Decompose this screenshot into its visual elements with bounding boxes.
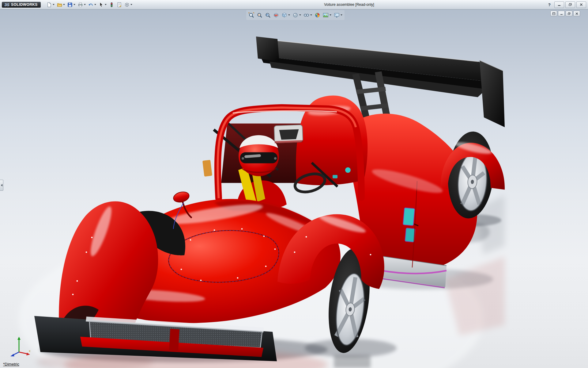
section-view-button[interactable] bbox=[272, 10, 280, 20]
appearance-icon bbox=[315, 12, 320, 18]
prevview-icon bbox=[265, 12, 271, 18]
solidworks-logo: ЗS SOLIDWORKS bbox=[2, 2, 41, 8]
restore-button[interactable] bbox=[565, 2, 575, 8]
undo-button[interactable] bbox=[87, 0, 97, 9]
new-icon bbox=[47, 2, 52, 7]
options-icon bbox=[124, 2, 130, 7]
open-button[interactable] bbox=[56, 0, 66, 9]
view-settings-button-dropdown[interactable] bbox=[341, 14, 342, 16]
orientation-icon bbox=[281, 12, 287, 18]
save-icon bbox=[67, 2, 73, 7]
zoom-to-fit-button[interactable] bbox=[247, 10, 255, 20]
zoom-to-area-button[interactable] bbox=[256, 10, 263, 20]
select-button[interactable] bbox=[98, 0, 107, 9]
scene-icon bbox=[323, 12, 329, 18]
rebuild-button[interactable] bbox=[108, 0, 115, 9]
air-intake[interactable] bbox=[274, 125, 303, 143]
open-button-dropdown[interactable] bbox=[63, 4, 65, 5]
new-document-button-dropdown[interactable] bbox=[53, 4, 55, 5]
undo-button-dropdown[interactable] bbox=[94, 4, 96, 5]
zoomfit-icon bbox=[248, 12, 254, 18]
view-orientation-button-dropdown[interactable] bbox=[288, 14, 290, 16]
document-window-controls bbox=[550, 11, 580, 16]
apply-scene-button[interactable] bbox=[322, 10, 332, 20]
print-icon bbox=[78, 2, 83, 7]
orientation-triad: x bbox=[6, 334, 32, 360]
display-style-button[interactable] bbox=[292, 10, 302, 20]
minimize-button[interactable] bbox=[554, 2, 564, 8]
print-button[interactable] bbox=[77, 0, 87, 9]
featuremanager-collapse-tab[interactable] bbox=[0, 180, 3, 191]
view-orientation-label: *Dimetric bbox=[3, 362, 19, 366]
hide-show-items-button-dropdown[interactable] bbox=[310, 14, 312, 16]
cockpit[interactable] bbox=[202, 95, 368, 211]
options-button[interactable] bbox=[123, 0, 133, 9]
print-button-dropdown[interactable] bbox=[84, 4, 86, 5]
chevron-left-icon bbox=[1, 184, 2, 186]
graphics-viewport[interactable]: x *Dimetric bbox=[0, 10, 588, 368]
new-document-button[interactable] bbox=[46, 0, 55, 9]
solidworks-logo-text: SOLIDWORKS bbox=[11, 3, 38, 7]
triad-x-label: x bbox=[29, 349, 31, 353]
hide-show-items-button[interactable] bbox=[303, 10, 313, 20]
window-title: Voiture assemblee [Read-only] bbox=[110, 0, 588, 9]
save-button[interactable] bbox=[66, 0, 76, 9]
previous-view-button[interactable] bbox=[264, 10, 272, 20]
props-icon bbox=[117, 2, 122, 7]
ds-logo-icon: ЗS bbox=[4, 3, 9, 7]
doc-minimize-button[interactable] bbox=[558, 11, 565, 16]
window-controls: ? bbox=[546, 2, 586, 8]
edit-appearance-button[interactable] bbox=[314, 10, 321, 20]
settings-icon bbox=[334, 12, 340, 18]
help-button[interactable]: ? bbox=[546, 2, 553, 7]
select-icon bbox=[99, 2, 104, 7]
displaystyle-icon bbox=[292, 12, 298, 18]
doc-menu-button[interactable] bbox=[550, 11, 557, 16]
main-toolbar bbox=[46, 0, 133, 9]
open-icon bbox=[57, 2, 62, 7]
hideshow-icon bbox=[303, 12, 309, 18]
undo-icon bbox=[88, 2, 93, 7]
doc-restore-button[interactable] bbox=[566, 11, 572, 16]
options-button-dropdown[interactable] bbox=[130, 4, 132, 5]
select-button-dropdown[interactable] bbox=[105, 4, 107, 5]
apply-scene-button-dropdown[interactable] bbox=[330, 14, 331, 16]
close-button[interactable] bbox=[576, 2, 586, 8]
display-style-button-dropdown[interactable] bbox=[299, 14, 301, 16]
section-icon bbox=[273, 12, 279, 18]
rear-wing[interactable] bbox=[256, 36, 505, 127]
rebuild-icon bbox=[109, 2, 114, 7]
doc-close-button[interactable] bbox=[573, 11, 580, 16]
headsup-toolbar bbox=[246, 10, 345, 20]
car-3d-model[interactable] bbox=[0, 10, 588, 368]
view-orientation-button[interactable] bbox=[281, 10, 291, 20]
zoomarea-icon bbox=[257, 12, 262, 18]
title-bar: ЗS SOLIDWORKS Voiture assemblee [Read-on… bbox=[0, 0, 588, 10]
save-button-dropdown[interactable] bbox=[74, 4, 75, 5]
view-settings-button[interactable] bbox=[333, 10, 343, 20]
file-properties-button[interactable] bbox=[116, 0, 123, 9]
